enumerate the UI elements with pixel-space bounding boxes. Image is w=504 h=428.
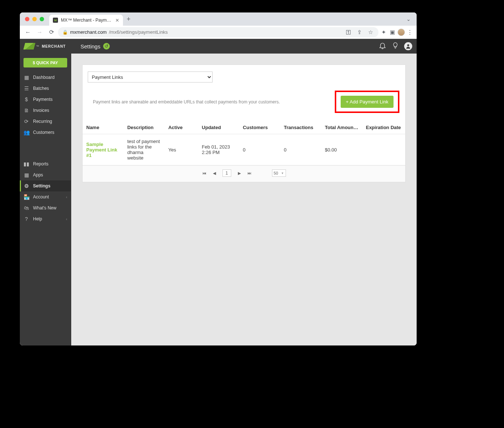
app: ™ MERCHANT Settings ↺ $ QUICK PAY (20, 39, 417, 345)
apps-icon: ▦ (23, 172, 29, 178)
browser-tab[interactable]: M MX™ Merchant - Payment Link… ✕ (49, 15, 123, 26)
main-content: Payment Links Payment links are shareabl… (71, 54, 417, 345)
favicon-icon: M (53, 18, 58, 23)
recurring-icon: ⟳ (23, 118, 29, 124)
tabs-dropdown-icon[interactable]: ⌄ (403, 15, 414, 23)
omnibox-icons: ⚿ ⇪ ☆ (345, 29, 374, 36)
sidebar-item-payments[interactable]: $Payments (20, 94, 71, 105)
sidebar-item-customers[interactable]: 👥Customers (20, 127, 71, 138)
customers-icon: 👥 (23, 129, 29, 135)
window-minimize-icon[interactable] (32, 17, 37, 21)
forward-button[interactable]: → (35, 27, 45, 37)
sidebar-item-account[interactable]: 🏪Account‹ (20, 191, 71, 202)
url-host: mxmerchant.com (70, 29, 107, 35)
page-title: Settings (80, 43, 100, 50)
reload-button[interactable]: ⟳ (46, 27, 57, 37)
nav-label: Payments (33, 97, 52, 102)
nav-label: Reports (33, 161, 48, 167)
payment-links-table: Name Description Active Updated Customer… (83, 121, 405, 165)
svg-point-0 (407, 44, 409, 46)
nav-label: Customers (33, 130, 54, 135)
share-icon[interactable]: ⇪ (356, 29, 363, 36)
back-circle-icon[interactable]: ↺ (103, 43, 110, 50)
col-description[interactable]: Description (124, 121, 165, 134)
nav-label: Apps (33, 172, 43, 178)
nav-label: Dashboard (33, 75, 55, 80)
url-path: /mx6/settings/paymentLinks (109, 29, 168, 35)
sidebar-item-recurring[interactable]: ⟳Recurring (20, 116, 71, 127)
col-customers[interactable]: Customers (239, 121, 280, 134)
nav-label: What's New (33, 205, 57, 211)
sidebar-item-reports[interactable]: ▮▮Reports (20, 158, 71, 169)
whats-new-icon: 🛍 (23, 205, 29, 211)
brand-name: MERCHANT (42, 44, 66, 48)
pager-per-page-select[interactable]: 50 ▼ (272, 169, 286, 177)
sidebar-nav-secondary: ▮▮Reports ▦Apps ⚙Settings 🏪Account‹ 🛍Wha… (20, 158, 71, 224)
table-row[interactable]: Sample Payment Link #1 test of payment l… (83, 134, 405, 165)
table-header-row: Name Description Active Updated Customer… (83, 121, 405, 134)
col-name[interactable]: Name (83, 121, 124, 134)
per-page-value: 50 (274, 171, 278, 175)
row-description: test of payment links for the dharma web… (124, 134, 165, 165)
quick-pay-button[interactable]: $ QUICK PAY (23, 58, 67, 67)
row-name-link[interactable]: Sample Payment Link #1 (86, 142, 117, 158)
settings-section-select[interactable]: Payment Links (88, 72, 213, 83)
pager-page-input[interactable] (222, 169, 231, 177)
key-icon[interactable]: ⚿ (345, 29, 352, 35)
sidebar-item-batches[interactable]: ☰Batches (20, 83, 71, 94)
window-maximize-icon[interactable] (40, 17, 44, 21)
app-body: $ QUICK PAY ▦Dashboard ☰Batches $Payment… (20, 54, 417, 345)
chevron-left-icon: ‹ (66, 217, 67, 221)
col-expiration[interactable]: Expiration Date (362, 121, 405, 134)
tab-title: MX™ Merchant - Payment Link… (61, 18, 112, 23)
brand[interactable]: ™ MERCHANT (24, 43, 66, 50)
user-avatar-icon[interactable] (404, 42, 412, 50)
browser-window: M MX™ Merchant - Payment Link… ✕ + ⌄ ← →… (20, 12, 417, 345)
nav-label: Account (33, 194, 49, 200)
profile-avatar-icon[interactable] (398, 29, 405, 36)
row-updated: Feb 01, 2023 2:26 PM (198, 134, 239, 165)
chevron-left-icon: ‹ (66, 195, 67, 199)
add-payment-link-button[interactable]: + Add Payment Link (341, 96, 394, 108)
chrome-toolbar: ← → ⟳ 🔒 mxmerchant.com/mx6/settings/paym… (20, 26, 417, 39)
col-total[interactable]: Total Amount P… (321, 121, 362, 134)
back-button[interactable]: ← (23, 27, 33, 37)
chrome-menu-icon[interactable]: ⋮ (406, 29, 414, 36)
chrome-tab-bar: M MX™ Merchant - Payment Link… ✕ + ⌄ (20, 12, 417, 26)
sidebar-item-dashboard[interactable]: ▦Dashboard (20, 72, 71, 83)
sidebar-item-invoices[interactable]: 🗎Invoices (20, 105, 71, 116)
row-total: $0.00 (321, 134, 362, 165)
window-close-icon[interactable] (25, 17, 29, 21)
col-transactions[interactable]: Transactions (280, 121, 321, 134)
new-tab-button[interactable]: + (127, 15, 131, 23)
lightbulb-icon[interactable] (392, 42, 399, 51)
col-updated[interactable]: Updated (198, 121, 239, 134)
sidebar-item-whats-new[interactable]: 🛍What's New (20, 202, 71, 213)
settings-icon: ⚙ (23, 183, 29, 189)
sidebar-item-apps[interactable]: ▦Apps (20, 169, 71, 180)
col-active[interactable]: Active (164, 121, 198, 134)
pager-last-icon[interactable]: ⏭ (247, 171, 251, 175)
tab-close-icon[interactable]: ✕ (115, 18, 119, 23)
dashboard-icon: ▦ (23, 74, 29, 80)
nav-label: Help (33, 216, 42, 222)
invoices-icon: 🗎 (23, 107, 29, 113)
extensions-icon[interactable]: ✦ (380, 29, 387, 36)
description-text: Payment links are shareable and embeddab… (93, 99, 331, 105)
address-bar[interactable]: 🔒 mxmerchant.com/mx6/settings/paymentLin… (58, 27, 378, 37)
payments-icon: $ (23, 96, 29, 102)
panel-icon[interactable]: ▣ (389, 29, 396, 36)
pager-prev-icon[interactable]: ◀ (213, 171, 216, 176)
bookmark-icon[interactable]: ☆ (367, 29, 374, 36)
pager-next-icon[interactable]: ▶ (238, 171, 241, 176)
row-transactions: 0 (280, 134, 321, 165)
brand-tm: ™ (36, 45, 39, 48)
row-customers: 0 (239, 134, 280, 165)
pager-first-icon[interactable]: ⏮ (202, 171, 206, 175)
sidebar-item-help[interactable]: ?Help‹ (20, 213, 71, 224)
bell-icon[interactable] (378, 41, 387, 51)
sidebar-item-settings[interactable]: ⚙Settings (20, 180, 71, 191)
chevron-down-icon: ▼ (281, 172, 284, 175)
sidebar-nav-primary: ▦Dashboard ☰Batches $Payments 🗎Invoices … (20, 72, 71, 138)
description-row: Payment links are shareable and embeddab… (83, 83, 405, 121)
